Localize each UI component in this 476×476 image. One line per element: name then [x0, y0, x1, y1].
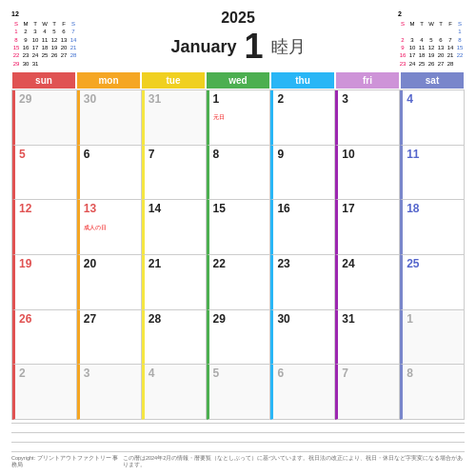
date-number: 1: [213, 92, 267, 106]
cal-cell: 9: [270, 146, 335, 201]
cal-cell: 15: [207, 200, 271, 255]
date-number: 30: [84, 92, 137, 106]
cal-cell: 13成人の日: [77, 200, 142, 255]
cal-cell: 7: [335, 365, 400, 420]
date-number: 13: [84, 202, 137, 215]
header-mon: mon: [76, 71, 141, 89]
year-label: 2025: [78, 10, 398, 27]
date-number: 12: [19, 202, 72, 215]
date-number: 8: [213, 148, 267, 161]
month-ja-label: 睦月: [271, 35, 306, 58]
cal-cell: 23: [270, 255, 335, 310]
date-number: 7: [149, 148, 202, 161]
date-number: 31: [149, 92, 202, 106]
date-number: 19: [19, 257, 72, 270]
date-number: 6: [84, 148, 137, 161]
date-number: 2: [277, 92, 330, 106]
date-number: 29: [213, 312, 267, 326]
cal-cell: 31: [335, 310, 400, 366]
cal-cell: 19: [12, 255, 77, 310]
date-number: 15: [213, 202, 267, 215]
calendar-header: 2025 January 1 睦月: [78, 10, 398, 67]
date-number: 16: [277, 202, 330, 215]
cal-cell: 1元日: [207, 90, 271, 146]
date-number: 10: [342, 148, 395, 161]
cal-cell: 25: [400, 255, 465, 310]
calendar-page: 12 SMTWTFS 1234567 891011121314 15161718…: [0, 0, 476, 476]
cal-cell: 5: [207, 365, 271, 420]
date-number: 9: [277, 148, 330, 161]
cal-cell: 26: [12, 310, 77, 366]
date-number: 18: [407, 202, 460, 215]
date-number: 4: [407, 92, 460, 106]
cal-cell: 2: [12, 365, 77, 420]
date-note: 成人の日: [84, 225, 107, 230]
cal-cell: 28: [142, 310, 207, 366]
date-number: 25: [407, 257, 460, 270]
cal-cell: 27: [77, 310, 142, 366]
cal-cell: 8: [400, 365, 465, 420]
header-wed: wed: [206, 71, 270, 89]
note-lines: [11, 423, 465, 452]
cal-cell: 3: [77, 365, 142, 420]
cal-cell: 18: [400, 200, 465, 255]
header-sun: sun: [11, 71, 76, 89]
date-number: 24: [342, 257, 395, 270]
cal-cell: 31: [142, 90, 207, 146]
date-number: 7: [342, 367, 395, 380]
cal-cell: 22: [207, 255, 271, 310]
date-number: 8: [407, 367, 460, 380]
mini-cal-next: 2 SMTWTFS 1 2345678 9101112131415 161718…: [398, 10, 465, 68]
date-number: 2: [19, 367, 72, 380]
cal-cell: 30: [77, 90, 142, 146]
footer: Copyright: プリントアウトファクトリー 事務局 この暦は2024年2月…: [11, 455, 465, 468]
cal-cell: 29: [207, 310, 271, 366]
note-line-3: [11, 443, 465, 452]
date-number: 27: [84, 312, 137, 326]
calendar-grid: 2930311元日2345678910111213成人の日14151617181…: [11, 89, 465, 420]
date-number: 11: [407, 148, 460, 161]
date-number: 28: [149, 312, 202, 326]
date-number: 5: [19, 148, 72, 161]
cal-cell: 14: [142, 200, 207, 255]
date-number: 20: [84, 257, 137, 270]
cal-cell: 4: [400, 90, 465, 146]
date-number: 14: [149, 202, 202, 215]
date-number: 31: [342, 312, 395, 326]
note-line-1: [11, 424, 465, 433]
cal-cell: 16: [270, 200, 335, 255]
cal-cell: 6: [270, 365, 335, 420]
mini-cal-prev: 12 SMTWTFS 1234567 891011121314 15161718…: [11, 10, 78, 68]
cal-cell: 17: [335, 200, 400, 255]
footer-left: Copyright: プリントアウトファクトリー 事務局: [11, 455, 123, 468]
cal-cell: 12: [12, 200, 77, 255]
cal-cell: 11: [400, 146, 465, 201]
cal-cell: 7: [142, 146, 207, 201]
footer-right: この暦は2024年2月の情報・暦要覧（なとしぶって）に基づいています。祝日法の改…: [123, 455, 465, 468]
date-number: 29: [19, 92, 72, 106]
cal-cell: 8: [207, 146, 271, 201]
header-thu: thu: [270, 71, 335, 89]
cal-cell: 4: [142, 365, 207, 420]
cal-cell: 30: [270, 310, 335, 366]
month-num-label: 1: [245, 27, 264, 67]
header-tue: tue: [141, 71, 206, 89]
mini-calendar-row: 12 SMTWTFS 1234567 891011121314 15161718…: [11, 10, 465, 69]
date-number: 23: [277, 257, 330, 270]
date-number: 17: [342, 202, 395, 215]
cal-cell: 2: [270, 90, 335, 146]
cal-cell: 5: [12, 146, 77, 201]
date-number: 1: [407, 312, 460, 326]
date-number: 3: [84, 367, 137, 380]
cal-cell: 1: [400, 310, 465, 366]
date-note: 元日: [213, 114, 225, 120]
date-number: 4: [149, 367, 202, 380]
day-headers: sun mon tue wed thu fri sat: [11, 71, 465, 89]
month-en-label: January: [170, 37, 236, 57]
cal-cell: 6: [77, 146, 142, 201]
date-number: 5: [213, 367, 267, 380]
cal-cell: 3: [335, 90, 400, 146]
date-number: 22: [213, 257, 267, 270]
date-number: 6: [277, 367, 330, 380]
note-line-2: [11, 433, 465, 443]
